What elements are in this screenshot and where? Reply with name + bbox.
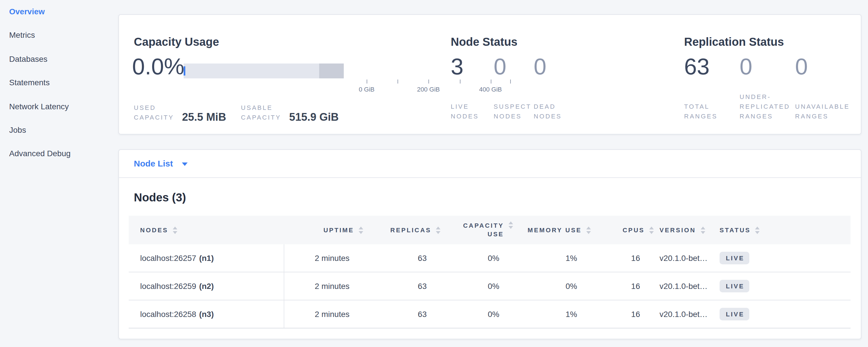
capacity-stats: USED CAPACITY 25.5 MiB USABLE CAPACITY 5…	[134, 103, 339, 122]
sidebar-item-jobs[interactable]: Jobs	[9, 125, 26, 134]
suspect-nodes-count: 0	[494, 55, 506, 78]
axis-label-0: 0 GiB	[359, 86, 374, 93]
status-cell: LIVE	[716, 272, 850, 300]
version-cell: v20.1.0-bet…	[659, 301, 716, 328]
axis-tick	[398, 80, 398, 84]
unavailable-ranges-count: 0	[795, 55, 808, 78]
column-header-nodes[interactable]: NODES	[129, 216, 284, 244]
sidebar-item-statements[interactable]: Statements	[9, 78, 50, 87]
page: Overview Metrics Databases Statements Ne…	[0, 0, 868, 347]
dead-nodes-label: DEAD NODES	[534, 102, 562, 121]
axis-tick	[367, 80, 367, 84]
table-row-n2[interactable]: localhost:26259(n2) 2 minutes 63 0% 0% 1…	[129, 272, 850, 301]
status-badge: LIVE	[719, 308, 750, 320]
axis-tick	[510, 80, 510, 84]
status-badge: LIVE	[719, 280, 750, 292]
column-header-uptime[interactable]: UPTIME	[284, 216, 369, 244]
capacity-use-cell: 0%	[446, 244, 519, 272]
capacity-bar	[184, 64, 344, 78]
uptime-cell: 2 minutes	[284, 244, 369, 272]
status-badge: LIVE	[719, 252, 750, 264]
view-selector-row: Node List	[119, 150, 861, 178]
dead-nodes-count: 0	[534, 55, 547, 78]
capacity-bar-used-marker	[184, 66, 185, 75]
chevron-down-icon	[182, 162, 188, 166]
under-replicated-ranges-count: 0	[740, 55, 752, 78]
uptime-cell: 2 minutes	[284, 272, 369, 300]
sidebar-item-network-latency[interactable]: Network Latency	[9, 102, 69, 111]
replicas-cell: 63	[369, 301, 446, 328]
sort-icon[interactable]	[649, 226, 654, 234]
suspect-nodes-label: SUSPECT NODES	[494, 102, 531, 121]
table-row-n3[interactable]: localhost:26258(n3) 2 minutes 63 0% 1% 1…	[129, 301, 850, 328]
live-nodes-label: LIVE NODES	[451, 102, 479, 121]
axis-tick	[491, 80, 491, 84]
node-list-card: Node List Nodes (3) NODES UPTIME REPLICA…	[118, 149, 861, 339]
sort-icon[interactable]	[586, 226, 591, 234]
node-list-dropdown[interactable]: Node List	[134, 158, 188, 168]
table-header-row: NODES UPTIME REPLICAS CAPACITYUSE MEMORY…	[129, 216, 850, 244]
total-ranges-count: 63	[684, 55, 710, 78]
table-row-n1[interactable]: localhost:26257(n1) 2 minutes 63 0% 1% 1…	[129, 244, 850, 272]
memory-use-cell: 1%	[519, 301, 597, 328]
axis-label-400: 400 GiB	[479, 86, 502, 93]
used-capacity-value: 25.5 MiB	[182, 111, 226, 124]
cpus-cell: 16	[597, 244, 659, 272]
memory-use-cell: 1%	[519, 244, 597, 272]
column-header-replicas[interactable]: REPLICAS	[369, 216, 446, 244]
replicas-cell: 63	[369, 244, 446, 272]
column-header-capacity-use[interactable]: CAPACITYUSE	[446, 216, 519, 244]
replication-status-title: Replication Status	[684, 35, 784, 49]
sidebar-item-databases[interactable]: Databases	[9, 54, 48, 64]
column-header-memory-use[interactable]: MEMORY USE	[519, 216, 597, 244]
used-capacity-label: USED CAPACITY	[134, 103, 174, 122]
version-cell: v20.1.0-bet…	[659, 272, 716, 300]
sidebar-item-overview[interactable]: Overview	[9, 7, 45, 16]
under-replicated-ranges-label: UNDER- REPLICATED RANGES	[740, 92, 790, 121]
node-list-dropdown-label: Node List	[134, 158, 173, 168]
node-address-cell[interactable]: localhost:26259(n2)	[129, 272, 284, 300]
cpus-cell: 16	[597, 301, 659, 328]
column-header-cpus[interactable]: CPUS	[597, 216, 659, 244]
uptime-cell: 2 minutes	[284, 301, 369, 328]
nodes-table: NODES UPTIME REPLICAS CAPACITYUSE MEMORY…	[129, 216, 850, 328]
sort-icon[interactable]	[173, 226, 177, 234]
unavailable-ranges-label: UNAVAILABLE RANGES	[795, 102, 850, 121]
table-body: localhost:26257(n1) 2 minutes 63 0% 1% 1…	[129, 244, 850, 328]
cluster-overview-card: Capacity Usage 0.0% 0 GiB 200 GiB 400 Gi…	[118, 14, 861, 134]
sort-icon[interactable]	[436, 226, 440, 234]
capacity-usage-title: Capacity Usage	[134, 35, 219, 49]
column-header-version[interactable]: VERSION	[659, 216, 716, 244]
sort-icon[interactable]	[359, 226, 363, 234]
sidebar: Overview Metrics Databases Statements Ne…	[0, 0, 118, 347]
status-cell: LIVE	[716, 301, 850, 328]
sort-icon[interactable]	[755, 226, 760, 234]
capacity-use-cell: 0%	[446, 272, 519, 300]
sidebar-item-metrics[interactable]: Metrics	[9, 30, 35, 39]
node-address-cell[interactable]: localhost:26258(n3)	[129, 301, 284, 328]
live-nodes-count: 3	[451, 55, 464, 78]
capacity-used-percent: 0.0%	[132, 55, 184, 78]
column-header-status[interactable]: STATUS	[716, 216, 850, 244]
sidebar-item-advanced-debug[interactable]: Advanced Debug	[9, 149, 71, 158]
usable-capacity-value: 515.9 GiB	[289, 111, 339, 124]
node-status-title: Node Status	[451, 35, 517, 49]
sort-icon[interactable]	[508, 221, 513, 229]
node-address-cell[interactable]: localhost:26257(n1)	[129, 244, 284, 272]
usable-capacity-label: USABLE CAPACITY	[241, 103, 281, 122]
axis-label-200: 200 GiB	[417, 86, 440, 93]
capacity-bar-extra-segment	[319, 64, 344, 78]
version-cell: v20.1.0-bet…	[659, 244, 716, 272]
axis-tick	[460, 80, 460, 84]
status-cell: LIVE	[716, 244, 850, 272]
nodes-heading: Nodes (3)	[134, 191, 186, 204]
replicas-cell: 63	[369, 272, 446, 300]
memory-use-cell: 0%	[519, 272, 597, 300]
total-ranges-label: TOTAL RANGES	[684, 102, 718, 121]
axis-tick	[428, 80, 429, 84]
capacity-use-cell: 0%	[446, 301, 519, 328]
sort-icon[interactable]	[701, 226, 705, 234]
cpus-cell: 16	[597, 272, 659, 300]
